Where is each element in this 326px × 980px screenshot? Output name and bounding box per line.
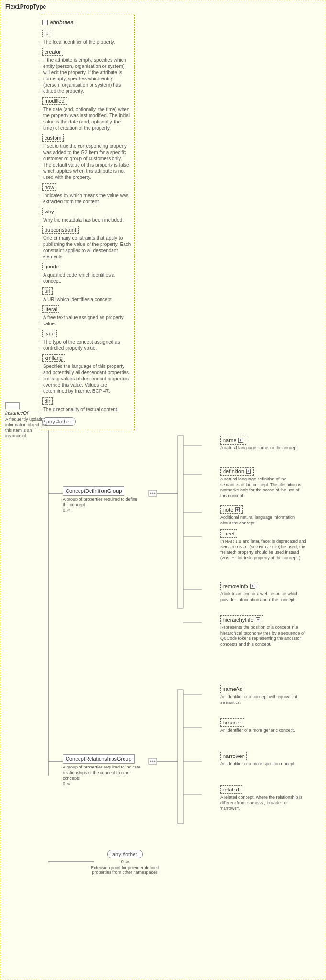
attr-name-pubconstraint: pubconstraint <box>42 226 79 234</box>
right-elem-related: relatedA related concept, where the rela… <box>220 785 316 812</box>
concept-def-group-label: ConceptDefinitionGroup <box>66 488 122 494</box>
right-elem-box-sameAs: sameAs <box>220 685 245 693</box>
attr-name-literal: literal <box>42 305 59 313</box>
right-elem-narrower: narrowerAn identifier of a more specific… <box>220 752 316 767</box>
right-elem-name: name+A natural language name for the con… <box>220 436 316 451</box>
right-elem-note: note+Additional natural language informa… <box>220 505 316 526</box>
attr-name-xmllang: xmllang <box>42 354 65 362</box>
concept-rel-group-box: ConceptRelationshipsGroup <box>63 754 135 764</box>
right-elem-label-facet: facet <box>223 531 235 536</box>
attribute-item-literal: literalA free-text value assigned as pro… <box>42 304 131 327</box>
attr-desc-xmllang: Specifies the language of this property … <box>43 363 131 394</box>
right-elem-box-name: name+ <box>220 436 246 445</box>
right-elem-desc-name: A natural language name for the concept. <box>220 445 306 451</box>
right-elem-definition: definition+A natural language definition… <box>220 467 316 499</box>
attr-name-type: type <box>42 330 57 337</box>
instanceof-rect <box>5 402 20 409</box>
any-other-inline: any #other <box>42 414 131 426</box>
collapse-icon[interactable]: − <box>42 20 48 25</box>
right-elem-remoteInfo: remoteInfo+A link to an item or a web re… <box>220 582 316 602</box>
concept-rel-group-label: ConceptRelationshipsGroup <box>66 756 132 762</box>
svg-point-17 <box>150 761 152 762</box>
concept-def-group-desc: A group of properties required to define… <box>63 497 139 508</box>
right-elem-box-related: related <box>220 785 242 794</box>
attribute-item-type: typeThe type of the concept assigned as … <box>42 329 131 351</box>
right-elem-label-note: note <box>223 507 233 512</box>
expand-icon-name[interactable]: + <box>238 438 243 443</box>
right-elem-label-related: related <box>223 787 239 792</box>
attr-name-custom: custom <box>42 134 64 142</box>
attribute-item-id: idThe local identifier of the property. <box>42 29 131 45</box>
any-other-bottom: any #other 0..∞ Extension point for prov… <box>87 850 163 875</box>
concept-def-group: ConceptDefinitionGroup A group of proper… <box>63 486 139 512</box>
any-other-bottom-label: any #other <box>112 851 137 857</box>
attr-desc-literal: A free-text value assigned as property v… <box>43 314 131 327</box>
right-elem-box-narrower: narrower <box>220 752 247 760</box>
svg-rect-3 <box>149 490 157 496</box>
right-elem-desc-narrower: An identifier of a more specific concept… <box>220 761 306 767</box>
attr-desc-how: Indicates by which means the value was e… <box>43 192 131 205</box>
attribute-item-creator: creatorIf the attribute is empty, specif… <box>42 47 131 94</box>
svg-point-18 <box>152 761 154 762</box>
right-elem-box-broader: broader <box>220 718 244 727</box>
attr-desc-type: The type of the concept assigned as cont… <box>43 339 131 351</box>
any-other-bottom-cardinality: 0..∞ <box>87 859 163 864</box>
attribute-item-pubconstraint: pubconstraintOne or many constraints tha… <box>42 225 131 260</box>
svg-point-4 <box>150 493 152 494</box>
svg-point-19 <box>154 761 156 762</box>
right-elem-box-definition: definition+ <box>220 467 254 476</box>
attr-desc-id: The local identifier of the property. <box>43 39 131 45</box>
right-elem-desc-note: Additional natural language information … <box>220 515 306 526</box>
right-elem-desc-remoteInfo: A link to an item or a web resource whic… <box>220 591 306 602</box>
instanceof-label: instanceOf <box>5 411 48 416</box>
concept-def-group-cardinality: 0..∞ <box>63 508 139 512</box>
concept-rel-group-cardinality: 0..∞ <box>63 781 142 786</box>
right-elem-desc-related: A related concept, where the relationshi… <box>220 795 306 812</box>
right-elem-facet: facetIn NAR 1.8 and later, facet is depr… <box>220 529 316 561</box>
right-elem-desc-broader: An identifier of a more generic concept. <box>220 728 306 734</box>
attribute-item-why: whyWhy the metadata has been included. <box>42 207 131 223</box>
attributes-title: attributes <box>50 19 73 26</box>
right-elem-box-facet: facet <box>220 529 237 538</box>
expand-icon-remoteInfo[interactable]: + <box>250 584 255 589</box>
svg-rect-8 <box>178 436 183 608</box>
svg-rect-16 <box>149 758 157 764</box>
right-elem-label-name: name <box>223 437 236 443</box>
expand-icon-definition[interactable]: + <box>246 469 251 474</box>
attr-name-modified: modified <box>42 97 67 105</box>
svg-point-5 <box>152 493 154 494</box>
right-elem-label-narrower: narrower <box>223 753 244 759</box>
attributes-header: − attributes <box>42 19 131 26</box>
attribute-item-modified: modifiedThe date (and, optionally, the t… <box>42 96 131 131</box>
attribute-item-how: howIndicates by which means the value wa… <box>42 182 131 205</box>
right-elem-desc-definition: A natural language definition of the sem… <box>220 477 306 499</box>
attributes-list: idThe local identifier of the property.c… <box>42 29 131 412</box>
right-elem-label-sameAs: sameAs <box>223 686 242 692</box>
attr-desc-pubconstraint: One or many constraints that apply to pu… <box>43 235 131 260</box>
attr-name-how: how <box>42 183 56 191</box>
attribute-item-uri: uriA URI which identifies a concept. <box>42 286 131 302</box>
attr-desc-modified: The date (and, optionally, the time) whe… <box>43 106 131 131</box>
attribute-item-qcode: qcodeA qualified code which identifies a… <box>42 262 131 284</box>
right-elem-hierarchyInfo: hierarchyInfo+Represents the position of… <box>220 615 316 647</box>
right-elem-sameAs: sameAsAn identifier of a concept with eq… <box>220 685 316 705</box>
attr-desc-uri: A URI which identifies a concept. <box>43 296 131 302</box>
right-elem-box-hierarchyInfo: hierarchyInfo+ <box>220 615 263 624</box>
attr-desc-why: Why the metadata has been included. <box>43 217 131 223</box>
concept-rel-group-desc: A group of properties required to indica… <box>63 765 142 781</box>
right-elem-box-note: note+ <box>220 505 243 514</box>
concept-rel-group: ConceptRelationshipsGroup A group of pro… <box>63 754 142 786</box>
right-elem-broader: broaderAn identifier of a more generic c… <box>220 718 316 734</box>
any-other-bottom-desc: Extension point for provider-defined pro… <box>87 865 163 875</box>
attr-name-id: id <box>42 30 51 37</box>
expand-icon-hierarchyInfo[interactable]: + <box>256 617 260 622</box>
expand-icon-note[interactable]: + <box>235 507 240 512</box>
attr-desc-custom: If set to true the corresponding propert… <box>43 143 131 180</box>
diagram-title: Flex1PropType <box>5 3 46 10</box>
right-elem-label-remoteInfo: remoteInfo <box>223 583 248 589</box>
attribute-item-xmllang: xmllangSpecifies the language of this pr… <box>42 353 131 394</box>
attribute-item-custom: customIf set to true the corresponding p… <box>42 133 131 180</box>
right-elem-desc-hierarchyInfo: Represents the position of a concept in … <box>220 625 306 647</box>
svg-point-6 <box>154 493 156 494</box>
attr-name-uri: uri <box>42 287 53 295</box>
